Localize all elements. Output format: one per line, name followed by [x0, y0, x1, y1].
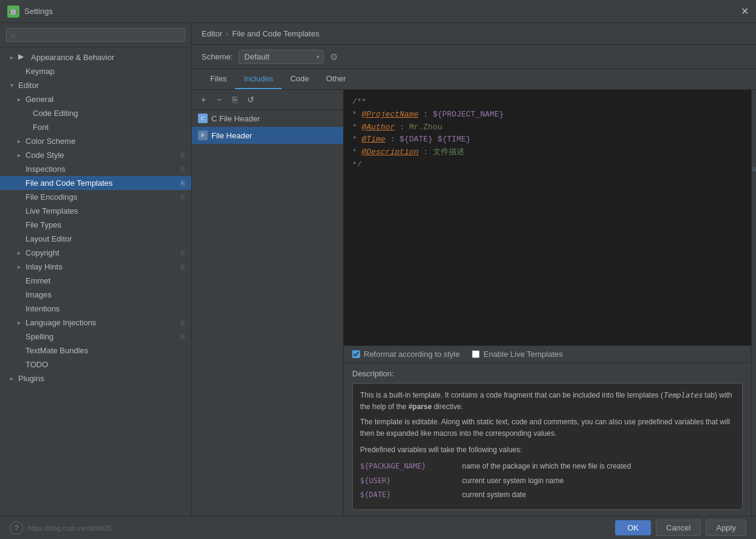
add-template-button[interactable]: + [197, 93, 210, 106]
sidebar-item-images[interactable]: Images [0, 288, 191, 302]
url-hint: https://blog.csdn.net/abs625 [28, 524, 112, 532]
breadcrumb-parent: Editor [202, 29, 222, 38]
breadcrumb-separator: › [226, 29, 228, 38]
code-line-2: * @ProjectName : ${PROJECT_NAME} [352, 109, 743, 121]
sidebar-item-live-templates[interactable]: Live Templates [0, 204, 191, 218]
sidebar-item-code-style[interactable]: Code Style ⎘ [0, 148, 191, 162]
sidebar-item-font[interactable]: Font [0, 120, 191, 134]
sidebar-item-inspections[interactable]: Inspections ⎘ [0, 162, 191, 176]
options-bar: Reformat according to style Enable Live … [344, 345, 751, 362]
description-para-2: The template is editable. Along with sta… [360, 416, 735, 439]
description-box: This is a built-in template. It contains… [352, 383, 743, 510]
description-area: Description: This is a built-in template… [344, 362, 751, 517]
copy-icon: ⎘ [181, 249, 185, 257]
sidebar-item-file-and-code-templates[interactable]: File and Code Templates ⎘ [0, 176, 191, 190]
sidebar-item-intentions[interactable]: Intentions [0, 302, 191, 316]
sidebar-item-label: Copyright [26, 248, 60, 257]
bottom-left: ? https://blog.csdn.net/abs625 [10, 521, 112, 535]
sidebar-item-label: Color Scheme [26, 137, 75, 146]
sidebar-item-textmate-bundles[interactable]: TextMate Bundles [0, 344, 191, 358]
var-desc: name of the package in which the new fil… [462, 461, 631, 472]
live-templates-checkbox[interactable] [472, 350, 480, 358]
content-area: Editor › File and Code Templates Scheme:… [192, 23, 756, 516]
variable-table: ${PACKAGE_NAME} name of the package in w… [360, 461, 735, 501]
copy-template-button[interactable]: ⎘ [228, 93, 242, 106]
gear-icon[interactable]: ⚙ [330, 52, 338, 63]
description-para-3: Predefined variables will take the follo… [360, 444, 735, 456]
live-templates-option[interactable]: Enable Live Templates [472, 350, 563, 359]
search-bar: ⌕ [0, 23, 191, 47]
bottom-right: OK Cancel Apply [615, 520, 746, 536]
sidebar-item-plugins[interactable]: Plugins [0, 371, 191, 385]
reformat-option[interactable]: Reformat according to style [352, 350, 460, 359]
arrow-icon [15, 137, 23, 146]
code-line-4: * @Time : ${DATE} ${TIME} [352, 134, 743, 146]
apply-button[interactable]: Apply [706, 520, 746, 536]
description-para-1: This is a built-in template. It contains… [360, 390, 735, 413]
var-row-2: ${USER} current user system login name [360, 475, 735, 487]
sidebar-item-inlay-hints[interactable]: Inlay Hints ⎘ [0, 260, 191, 274]
breadcrumb-current: File and Code Templates [232, 29, 319, 38]
main-layout: ⌕ ▶ Appearance & Behavior Keymap [0, 23, 756, 516]
scheme-label: Scheme: [202, 52, 233, 61]
arrow-icon [15, 95, 23, 104]
scheme-bar: Scheme: Default Project ▾ ⚙ [192, 45, 756, 69]
sidebar-item-label: Layout Editor [26, 234, 72, 243]
live-templates-label: Enable Live Templates [483, 350, 563, 359]
arrow-icon [7, 375, 16, 383]
scheme-select[interactable]: Default Project [239, 50, 324, 64]
scheme-select-wrap: Default Project ▾ [239, 50, 324, 64]
help-button[interactable]: ? [10, 521, 23, 535]
sidebar-item-file-types[interactable]: File Types [0, 218, 191, 232]
sidebar-item-label: Live Templates [26, 206, 78, 215]
code-editor[interactable]: /** * @ProjectName : ${PROJECT_NAME} * @… [344, 90, 751, 345]
reset-template-button[interactable]: ↺ [244, 93, 257, 106]
right-scrollbar: a [751, 90, 756, 516]
sidebar-item-todo[interactable]: TODO [0, 358, 191, 371]
var-name: ${PACKAGE_NAME} [360, 461, 457, 472]
breadcrumb: Editor › File and Code Templates [192, 23, 756, 45]
sidebar-item-label: File Types [26, 220, 61, 229]
sidebar-item-editor[interactable]: Editor [0, 78, 191, 92]
sidebar-item-keymap[interactable]: Keymap [0, 64, 191, 78]
code-line-3: * @Author : Mr.Zhou [352, 121, 743, 134]
template-icon: C [198, 114, 208, 123]
template-item-c-file-header[interactable]: C C File Header [192, 110, 343, 127]
tab-code[interactable]: Code [282, 69, 318, 89]
tab-includes[interactable]: Includes [235, 69, 281, 89]
window-title: Settings [24, 7, 53, 16]
title-bar: 🤖 Settings ✕ [0, 0, 756, 23]
sidebar-item-label: Inspections [26, 164, 66, 174]
copy-icon: ⎘ [181, 166, 185, 173]
reformat-checkbox[interactable] [352, 350, 360, 358]
sidebar-item-copyright[interactable]: Copyright ⎘ [0, 246, 191, 260]
template-item-label: C File Header [211, 114, 260, 123]
sidebar-item-file-encodings[interactable]: File Encodings ⎘ [0, 190, 191, 204]
tab-files[interactable]: Files [202, 69, 235, 89]
tab-other[interactable]: Other [318, 69, 355, 89]
search-icon: ⌕ [11, 31, 15, 39]
sidebar-item-emmet[interactable]: Emmet [0, 274, 191, 288]
search-input[interactable] [18, 30, 180, 39]
ok-button[interactable]: OK [615, 520, 651, 535]
sidebar-item-layout-editor[interactable]: Layout Editor [0, 232, 191, 246]
close-button[interactable]: ✕ [741, 5, 749, 17]
sidebar: ⌕ ▶ Appearance & Behavior Keymap [0, 23, 192, 516]
copy-icon: ⎘ [181, 319, 185, 327]
sidebar-item-spelling[interactable]: Spelling ⎘ [0, 330, 191, 344]
tabs-bar: Files Includes Code Other [192, 69, 756, 90]
sidebar-item-general[interactable]: General [0, 92, 191, 106]
var-name: ${USER} [360, 475, 457, 487]
sidebar-item-appearance[interactable]: ▶ Appearance & Behavior [0, 50, 191, 64]
cancel-button[interactable]: Cancel [656, 520, 701, 536]
sidebar-item-color-scheme[interactable]: Color Scheme [0, 134, 191, 148]
sidebar-item-code-editing[interactable]: Code Editing [0, 106, 191, 120]
template-item-file-header[interactable]: F File Header [192, 127, 343, 144]
copy-icon: ⎘ [181, 194, 185, 201]
bottom-bar: ? https://blog.csdn.net/abs625 OK Cancel… [0, 516, 756, 539]
sidebar-item-label: Spelling [26, 332, 53, 341]
remove-template-button[interactable]: − [213, 93, 226, 106]
template-items: C C File Header F File Header [192, 110, 343, 516]
sidebar-item-language-injections[interactable]: Language Injections ⎘ [0, 316, 191, 330]
arrow-icon [7, 53, 16, 61]
